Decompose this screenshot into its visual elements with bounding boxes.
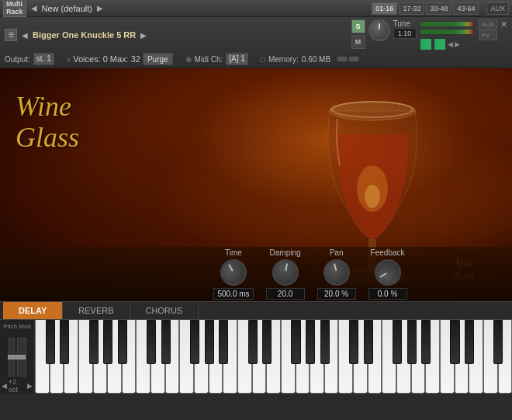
s-button[interactable]: S (351, 19, 365, 33)
pitch-slider-handle-2[interactable] (16, 355, 26, 359)
title-bar: Multi Rack ◀ New (default) ▶ 01-16 17-32… (0, 0, 512, 17)
inst-name-area: ☰ ◀ Bigger One Knuckle 5 RR ▶ (5, 29, 148, 41)
memory-label: Memory: (268, 55, 299, 64)
ctrl-val-damping: 20.0 (266, 288, 305, 300)
voices-area: ♪ Voices: 0 Max: 32 Purge (67, 53, 173, 65)
ctrl-knob-pan[interactable] (320, 256, 353, 289)
preset-name: New (default) (42, 4, 92, 13)
range-btn-3348[interactable]: 33-48 (426, 2, 451, 15)
instrument-arrow-right[interactable]: ▶ (139, 31, 148, 40)
app-name-label: Multi Rack (3, 0, 26, 17)
black-key[interactable] (450, 320, 459, 364)
level-bar-top (420, 21, 474, 27)
ctrl-label-time: Time (225, 248, 242, 257)
memory-bars (337, 56, 359, 62)
tab-delay[interactable]: DELAY (3, 302, 63, 319)
purge-button[interactable]: Purge (143, 53, 173, 65)
instrument-header: ☰ ◀ Bigger One Knuckle 5 RR ▶ S M Tune 1… (0, 17, 512, 68)
voices-value: 0 (103, 54, 108, 64)
black-key[interactable] (248, 320, 258, 364)
black-key[interactable] (407, 320, 417, 364)
header-right: S M Tune 1.10 ◀ ▶ (351, 19, 507, 50)
wine-text: Wine Glass (16, 92, 79, 153)
black-key[interactable] (320, 320, 330, 364)
pitch-mod-section: Pitch Mod ◀ +2 oct ▶ (0, 320, 35, 394)
level-slider-left[interactable] (420, 38, 432, 50)
black-key[interactable] (205, 320, 214, 364)
black-key[interactable] (306, 320, 315, 364)
range-btn-4364[interactable]: 43-64 (453, 2, 479, 15)
pitch-sliders (9, 338, 26, 377)
title-arrow-right[interactable]: ▶ (95, 4, 105, 12)
ctrl-val-pan: 20.0 % (317, 288, 356, 300)
voices-label: Voices: (73, 54, 100, 64)
octave-arrow-right[interactable]: ▶ (27, 382, 33, 390)
close-button[interactable]: ✕ (500, 19, 507, 30)
tune-knob[interactable] (368, 19, 390, 41)
mem-bar-2 (348, 56, 359, 62)
level-slider-right[interactable] (434, 38, 446, 50)
piano-keys-wrapper (35, 320, 512, 394)
octave-value: +2 oct (9, 378, 26, 394)
max-value: 32 (131, 54, 140, 64)
instrument-arrow-left[interactable]: ◀ (20, 31, 29, 40)
title-arrow-left[interactable]: ◀ (29, 4, 39, 12)
level-arrow-left[interactable]: ◀ (448, 40, 453, 48)
midi-param: ⊕ Midi Ch: [A] 1 (185, 53, 248, 65)
black-key[interactable] (190, 320, 199, 364)
black-key[interactable] (89, 320, 99, 364)
range-btn-1732[interactable]: 17-32 (399, 2, 424, 15)
tab-chorus[interactable]: CHORUS (130, 302, 199, 319)
ctrl-val-time: 500.0 ms (213, 288, 253, 300)
black-key[interactable] (147, 320, 156, 364)
black-key[interactable] (493, 320, 503, 364)
inst-top-row: ☰ ◀ Bigger One Knuckle 5 RR ▶ S M Tune 1… (5, 19, 507, 50)
black-key[interactable] (421, 320, 431, 364)
controls-overlay: Time500.0 msDamping20.0Pan20.0 %Feedback… (0, 247, 512, 301)
black-key[interactable] (46, 320, 55, 364)
output-param: Output: st. 1 (5, 53, 54, 65)
ctrl-knob-feedback[interactable] (369, 255, 405, 290)
max-label: Max: (110, 54, 129, 64)
level-bar-bottom (420, 29, 474, 35)
inst-bottom-row: Output: st. 1 ♪ Voices: 0 Max: 32 Purge … (5, 53, 507, 65)
sm-buttons: S M (351, 19, 365, 49)
main-area: Wine Glass Alta Aum Time500.0 msDamping2… (0, 68, 512, 301)
aux-button[interactable]: AUX (486, 2, 509, 15)
ctrl-knob-damping[interactable] (270, 257, 300, 287)
ctrl-group-damping: Damping20.0 (266, 248, 305, 300)
output-label: Output: (5, 55, 30, 64)
black-key[interactable] (219, 320, 228, 364)
ctrl-knob-time[interactable] (216, 255, 251, 290)
pv-label: PV (479, 30, 497, 40)
level-arrow-right[interactable]: ▶ (455, 40, 460, 48)
pitch-slider-2[interactable] (17, 338, 26, 377)
black-key[interactable] (262, 320, 272, 364)
range-btn-0116[interactable]: 01-16 (372, 2, 397, 15)
m-button[interactable]: M (351, 35, 365, 49)
black-key[interactable] (118, 320, 127, 364)
tune-value: 1.10 (393, 28, 417, 39)
tab-reverb[interactable]: REVERB (63, 302, 130, 319)
level-arrows: ◀ ▶ (448, 38, 460, 50)
black-key[interactable] (161, 320, 171, 364)
memory-icon: □ (261, 55, 265, 64)
piano-keys-area[interactable] (35, 320, 512, 394)
ctrl-label-feedback: Feedback (371, 248, 405, 257)
midi-value[interactable]: [A] 1 (226, 53, 248, 65)
octave-arrow-left[interactable]: ◀ (2, 382, 7, 390)
instrument-icon[interactable]: ☰ (5, 29, 17, 41)
black-key[interactable] (291, 320, 300, 364)
pitch-slider-1[interactable] (9, 338, 15, 377)
black-key[interactable] (393, 320, 402, 364)
tune-info: Tune 1.10 (393, 19, 417, 39)
black-key[interactable] (465, 320, 474, 364)
black-key[interactable] (103, 320, 112, 364)
output-value[interactable]: st. 1 (33, 53, 54, 65)
instrument-name: Bigger One Knuckle 5 RR (33, 30, 136, 40)
black-key[interactable] (364, 320, 373, 364)
tune-label: Tune (393, 19, 417, 28)
midi-icon: ⊕ (185, 55, 192, 64)
black-key[interactable] (349, 320, 358, 364)
black-key[interactable] (60, 320, 69, 364)
